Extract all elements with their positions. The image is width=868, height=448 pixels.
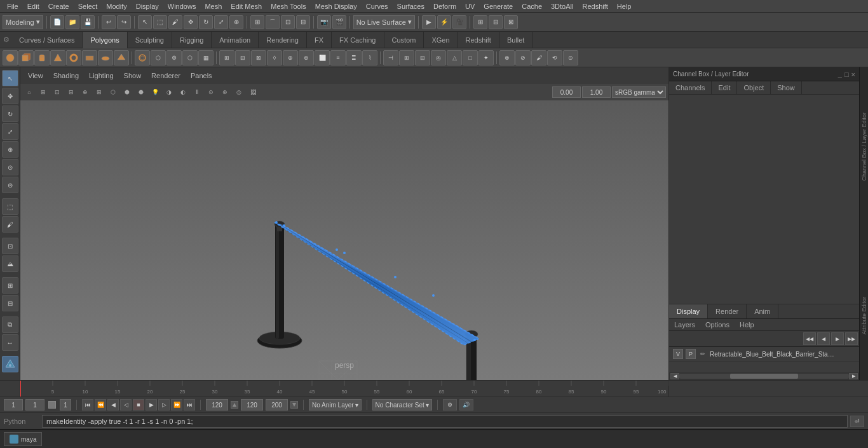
knife-btn[interactable]: ⌇ (362, 50, 377, 65)
menu-redshift[interactable]: Redshift (578, 1, 612, 11)
tab-anim[interactable]: Anim (747, 304, 778, 318)
go-start-btn[interactable]: ⏮ (82, 399, 93, 411)
layer-prev-btn[interactable]: ◀◀ (803, 332, 816, 345)
texture-btn[interactable]: ⬣ (135, 86, 147, 98)
gamma-value-input[interactable] (582, 86, 611, 98)
menu-create[interactable]: Create (44, 1, 74, 11)
tab-xgen[interactable]: XGen (424, 32, 458, 48)
frame-current-input[interactable] (25, 399, 44, 411)
paint-sel-btn[interactable]: 🖌 (2, 216, 18, 233)
char-set-dropdown[interactable]: No Character Set ▾ (372, 399, 432, 411)
new-scene-btn[interactable]: 📄 (50, 15, 64, 29)
menu-mesh[interactable]: Mesh (200, 1, 226, 11)
layout-btn-3[interactable]: ⊠ (504, 15, 518, 29)
menu-uv[interactable]: UV (461, 1, 479, 11)
save-scene-btn[interactable]: 💾 (81, 15, 95, 29)
menu-surfaces[interactable]: Surfaces (393, 1, 429, 11)
scroll-left-btn[interactable]: ◀ (670, 373, 679, 379)
layer-back-btn[interactable]: ◀ (817, 332, 830, 345)
snap-point-btn[interactable]: ⊡ (281, 15, 295, 29)
menu-cache[interactable]: Cache (517, 1, 546, 11)
tab-edit[interactable]: Edit (712, 81, 737, 94)
subdiv-sphere-btn[interactable] (135, 50, 150, 65)
quick-sel-btn[interactable]: ⊞ (2, 277, 18, 294)
layout-btn-2[interactable]: ⊟ (489, 15, 503, 29)
xray-btn[interactable]: ⊛ (219, 86, 231, 98)
prev-frame-btn[interactable]: ◀ (107, 399, 119, 411)
smooth-btn[interactable]: ◎ (431, 50, 446, 65)
render-settings-btn[interactable]: 🎬 (332, 15, 346, 29)
playback-end-input[interactable] (206, 399, 228, 411)
triangulate-btn[interactable]: △ (447, 50, 462, 65)
tab-options[interactable]: Options (700, 319, 735, 330)
isolate-btn[interactable]: ◎ (233, 86, 245, 98)
torus-btn[interactable] (66, 50, 81, 65)
preferences-btn[interactable]: ⚙ (443, 399, 457, 411)
step-fwd-btn[interactable]: ⏩ (171, 399, 182, 411)
audio-btn[interactable]: 🔊 (459, 399, 473, 411)
vp-menu-show[interactable]: Show (120, 71, 146, 81)
stop-btn[interactable]: ■ (133, 399, 144, 411)
attribute-editor-vertical-label[interactable]: Attribute Editor (861, 294, 867, 337)
cone-btn[interactable] (50, 50, 65, 65)
tab-rendering[interactable]: Rendering (259, 32, 307, 48)
cam-fit-sel-btn[interactable]: ⊡ (51, 86, 64, 98)
no-live-surface-dropdown[interactable]: No Live Surface ▾ (353, 15, 415, 29)
next-frame-btn[interactable]: ▷ (158, 399, 170, 411)
menu-modify[interactable]: Modify (102, 1, 131, 11)
plane-btn[interactable] (82, 50, 97, 65)
lighting-btn[interactable]: 💡 (149, 86, 161, 98)
extrude-btn[interactable]: ⊞ (219, 50, 234, 65)
insert-edge-loop-btn[interactable]: ≡ (330, 50, 346, 65)
cylinder-btn[interactable] (34, 50, 50, 65)
tab-animation[interactable]: Animation (212, 32, 259, 48)
tab-custom[interactable]: Custom (384, 32, 424, 48)
select-mode-btn[interactable]: ↖ (138, 15, 152, 29)
target-weld-btn[interactable]: ⊛ (299, 50, 314, 65)
play-back-btn[interactable]: ◁ (120, 399, 132, 411)
panel-float-btn[interactable]: □ (844, 71, 849, 78)
camera-btn[interactable]: 📷 (317, 15, 331, 29)
sculpt-tool-btn[interactable]: 🖌 (531, 50, 546, 65)
menu-help[interactable]: Help (613, 1, 636, 11)
combine-btn[interactable]: ⊞ (399, 50, 414, 65)
scale-tool-btn[interactable]: ⤢ (2, 123, 18, 140)
layer-v-btn[interactable]: V (673, 349, 683, 359)
tab-curves-surfaces[interactable]: Curves / Surfaces (11, 32, 83, 48)
scroll-right-btn[interactable]: ▶ (849, 373, 858, 379)
tab-help[interactable]: Help (735, 319, 759, 330)
pipe-btn[interactable]: ⬡ (151, 50, 166, 65)
layer-p-btn[interactable]: P (686, 349, 696, 359)
bridge-btn[interactable]: ⊟ (235, 50, 250, 65)
universal-tool-btn[interactable]: ⊕ (2, 141, 18, 158)
maya-logo-btn[interactable] (2, 356, 18, 372)
image-plane-btn[interactable]: 🖼 (247, 86, 259, 98)
show-manip-btn[interactable]: ⊜ (2, 177, 18, 193)
gear-mesh-btn[interactable]: ⚙ (166, 50, 182, 65)
ipr-render-btn[interactable]: ⚡ (437, 15, 451, 29)
menu-deform[interactable]: Deform (429, 1, 461, 11)
more-prims-btn[interactable]: ▦ (198, 50, 214, 65)
snap-curve-btn[interactable]: ⌒ (266, 15, 280, 29)
play-fwd-btn[interactable]: ▶ (146, 399, 157, 411)
layout-btn-1[interactable]: ⊞ (473, 15, 487, 29)
menu-curves[interactable]: Curves (362, 1, 393, 11)
menu-display[interactable]: Display (132, 1, 163, 11)
panel-min-btn[interactable]: _ (838, 71, 842, 78)
cam-frame-all-btn[interactable]: ⊟ (65, 86, 78, 98)
layer-scrollbar[interactable]: ◀ ▶ (669, 372, 859, 380)
tab-sculpting[interactable]: Sculpting (128, 32, 172, 48)
snap-grid-btn[interactable]: ⊞ (250, 15, 264, 29)
anim-layer-dropdown[interactable]: No Anim Layer ▾ (309, 399, 362, 411)
tab-show[interactable]: Show (771, 81, 802, 94)
disk-btn[interactable] (98, 50, 113, 65)
menu-generate[interactable]: Generate (479, 1, 517, 11)
menu-select[interactable]: Select (74, 1, 102, 11)
rotate-btn[interactable]: ↻ (199, 15, 213, 29)
playback-speed-indicator[interactable] (231, 401, 238, 409)
measure-btn[interactable]: ↔ (2, 334, 18, 351)
tab-polygons[interactable]: Polygons (83, 32, 127, 48)
vp-menu-shading[interactable]: Shading (50, 71, 83, 81)
move-btn[interactable]: ✥ (184, 15, 198, 29)
menu-windows[interactable]: Windows (163, 1, 201, 11)
